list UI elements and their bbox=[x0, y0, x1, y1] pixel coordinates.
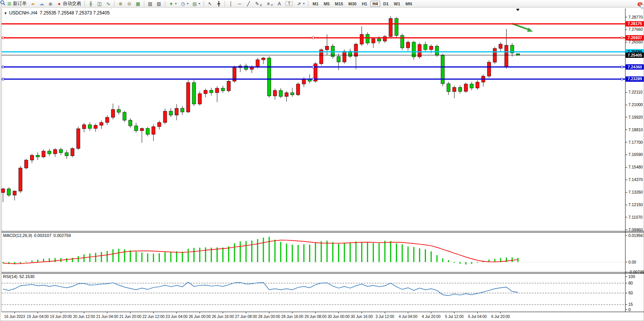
fibonacci-button[interactable]: ≡F bbox=[264, 0, 275, 8]
hline-handle[interactable] bbox=[2, 66, 4, 68]
dropdown-caret-icon[interactable]: ▾ bbox=[303, 2, 304, 5]
rsi-axis-label: 0 bbox=[628, 307, 631, 312]
timeframe-m1-button[interactable]: M1 bbox=[310, 1, 320, 7]
trendline-icon: ╱ bbox=[246, 1, 251, 6]
vertical-line-button[interactable]: │ bbox=[226, 0, 235, 8]
hline-handle[interactable] bbox=[2, 78, 4, 80]
price-axis-label: 7.11070 bbox=[628, 215, 642, 219]
candle bbox=[435, 46, 439, 55]
candle bbox=[360, 34, 363, 44]
hline-handle[interactable] bbox=[621, 78, 623, 80]
timeframe-mn-button[interactable]: MN bbox=[403, 1, 414, 7]
periods-button[interactable]: ◷▾ bbox=[179, 0, 190, 8]
price-tag-value: 7.28175 bbox=[628, 21, 642, 26]
templates-icon: ▤ bbox=[192, 1, 197, 6]
line-chart-button[interactable]: ∿ bbox=[104, 0, 113, 8]
time-axis-label: 26 Jun 16:00 bbox=[212, 315, 234, 319]
time-axis-label: 23 Jun 04:00 bbox=[166, 315, 188, 319]
rsi-value: 52.1530 bbox=[19, 274, 35, 279]
tile-windows-button[interactable]: ▦ bbox=[134, 0, 142, 8]
zoom-out-button[interactable]: ⊖ bbox=[125, 0, 134, 8]
zoom-out-icon: ⊖ bbox=[127, 1, 132, 6]
indicators-button[interactable]: +▾ bbox=[167, 0, 179, 8]
timeframe-m5-button[interactable]: M5 bbox=[322, 1, 332, 7]
time-axis-label: 26 Jun 00:00 bbox=[189, 315, 211, 319]
hline-handle[interactable] bbox=[621, 66, 623, 68]
toolbar-separator bbox=[144, 1, 144, 6]
timeframe-d1-button[interactable]: D1 bbox=[381, 1, 391, 7]
cursor-button[interactable]: ↖ bbox=[206, 0, 214, 8]
time-axis-label: 4 Jul 20:00 bbox=[422, 315, 440, 319]
autotrading-button[interactable]: ●自动交易 bbox=[55, 0, 83, 8]
candle bbox=[302, 79, 306, 84]
bar-chart-button[interactable]: ╫ bbox=[86, 0, 95, 8]
candle bbox=[210, 90, 213, 93]
symbol-dropdown-icon[interactable]: ▼ bbox=[4, 11, 7, 15]
dropdown-caret-icon[interactable]: ▾ bbox=[187, 2, 188, 5]
templates-button[interactable]: ▤▾ bbox=[190, 0, 202, 8]
toolbar-separator bbox=[204, 1, 204, 6]
chart-title: ▼USDCNH-,H4 7.25535 7.25548 7.25373 7.25… bbox=[4, 10, 110, 16]
periods-icon: ◷ bbox=[180, 1, 185, 6]
equidistant-channel-button[interactable]: ✎E bbox=[253, 0, 264, 8]
timeframe-m15-button[interactable]: M15 bbox=[333, 1, 345, 7]
candle bbox=[458, 87, 462, 91]
text-label-icon: T bbox=[285, 1, 293, 6]
hline-handle[interactable] bbox=[621, 37, 623, 39]
macd-main-value: 0.003107 bbox=[34, 233, 51, 238]
candle bbox=[389, 19, 392, 37]
candle bbox=[94, 125, 97, 128]
toolbar-separator bbox=[114, 1, 115, 6]
hline-handle[interactable] bbox=[312, 66, 314, 68]
timeframe-m30-button[interactable]: M30 bbox=[346, 1, 359, 7]
timeframe-w1-button[interactable]: W1 bbox=[392, 1, 403, 7]
candle bbox=[111, 110, 115, 118]
profile-icon[interactable]: ☁ bbox=[37, 0, 46, 8]
rsi-name: RSI(14) bbox=[3, 274, 18, 279]
new-chart-button[interactable]: ▧ bbox=[146, 0, 155, 8]
line-chart-icon: ∿ bbox=[106, 1, 111, 6]
macd-axis-label: 0.00 bbox=[628, 260, 636, 264]
chart-profiles-button[interactable]: ▨ bbox=[155, 0, 163, 8]
candle bbox=[36, 155, 40, 157]
candle bbox=[146, 129, 150, 134]
price-tag-value: 7.23289 bbox=[628, 76, 642, 81]
chart-canvas: 7.287707.276607.265507.221107.210007.199… bbox=[0, 0, 644, 321]
candle bbox=[152, 127, 155, 134]
candlestick-chart-button[interactable]: ◫ bbox=[95, 0, 104, 8]
trendline-button[interactable]: ╱ bbox=[244, 0, 253, 8]
horizontal-line-button[interactable]: ─ bbox=[235, 0, 244, 8]
candle bbox=[499, 44, 502, 48]
timeframe-h1-button[interactable]: H1 bbox=[360, 1, 370, 7]
hline-handle[interactable] bbox=[2, 37, 4, 39]
hline-handle[interactable] bbox=[312, 78, 314, 80]
hline-handle[interactable] bbox=[312, 37, 314, 39]
candle bbox=[129, 120, 132, 126]
arrows-button[interactable]: ⇗▾ bbox=[295, 0, 306, 8]
main-toolbar: ⊞新订单▰☁◉●自动交易╫◫∿⊕⊖▦▧▨+▾◷▾▤▾↖╋│─╱✎E≡FAT⇗▾M… bbox=[0, 0, 644, 8]
text-button[interactable]: A bbox=[275, 0, 284, 8]
macd-name: MACD(12,26,9) bbox=[3, 233, 32, 238]
crosshair-icon: ╋ bbox=[216, 1, 221, 6]
crosshair-button[interactable]: ╋ bbox=[214, 0, 223, 8]
text-label-button[interactable]: T bbox=[284, 0, 295, 8]
indicators-icon: + bbox=[169, 1, 174, 6]
candle bbox=[2, 189, 5, 192]
candle bbox=[279, 91, 282, 97]
candle bbox=[273, 91, 277, 96]
candle bbox=[464, 84, 468, 91]
candle bbox=[268, 58, 271, 96]
icon-subscript: E bbox=[260, 3, 262, 7]
signal-icon[interactable]: ◉ bbox=[46, 0, 55, 8]
new-order-button[interactable]: ⊞新订单 bbox=[5, 0, 29, 8]
rsi-axis-label: 80 bbox=[628, 281, 633, 285]
zoom-in-button[interactable]: ⊕ bbox=[116, 0, 125, 8]
candle bbox=[227, 81, 230, 91]
dropdown-caret-icon[interactable]: ▾ bbox=[175, 2, 177, 5]
eraser-icon[interactable]: ▰ bbox=[29, 0, 37, 8]
macd-indicator-label: MACD(12,26,9)0.0031070.002759 bbox=[3, 233, 73, 238]
candle bbox=[7, 189, 11, 195]
dropdown-caret-icon[interactable]: ▾ bbox=[199, 2, 200, 5]
macd-signal-value: 0.002759 bbox=[53, 233, 71, 238]
timeframe-h4-button[interactable]: H4 bbox=[370, 1, 380, 7]
